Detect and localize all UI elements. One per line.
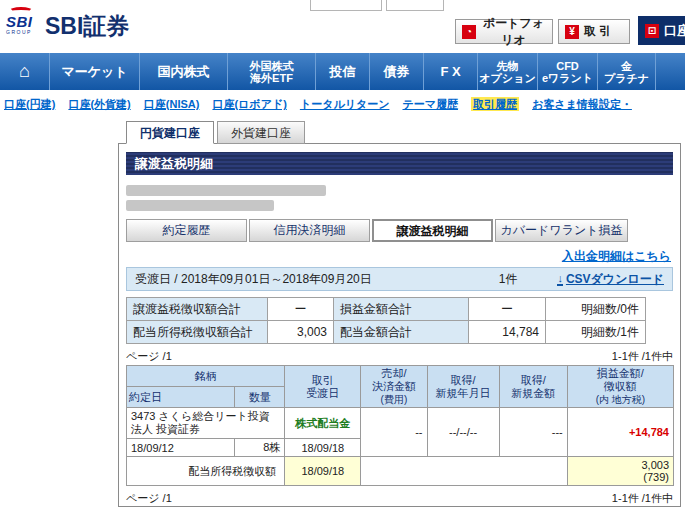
header-line: 取引 (287, 374, 358, 387)
nav-item-fx[interactable]: F X (424, 53, 478, 90)
header-line: 取得/ (502, 374, 565, 387)
nav-item-label: CFD (556, 60, 579, 72)
csv-download-link[interactable]: CSVダウンロード (566, 271, 664, 288)
header-execution-date: 約定日 (127, 387, 235, 408)
nav-item-label: 先物 (497, 60, 519, 72)
download-icon: ↓ (557, 273, 563, 286)
header-line: 新規金額 (502, 387, 565, 400)
nav-item-cfd-warrant[interactable]: CFD eワラント (538, 53, 598, 90)
cropped-search-input[interactable] (310, 0, 382, 11)
trade-button[interactable]: ¥ 取 引 (558, 19, 630, 44)
profit-cell: +14,784 (567, 408, 673, 457)
trade-icon: ¥ (565, 25, 579, 39)
nav-home-tab[interactable]: ⌂ (0, 53, 50, 90)
summary-count-0: 明細数/0件 (546, 298, 646, 321)
summary-table: 譲渡益税徴収額合計 ー 損益金額合計 ー 明細数/0件 配当所得税徴収額合計 3… (126, 297, 646, 344)
redacted-account-info (126, 200, 274, 211)
empty-cell (361, 457, 567, 486)
nav-item-futures-options[interactable]: 先物 オプション (478, 53, 538, 90)
header-line: (内 地方税) (570, 393, 671, 406)
subnav-link-theme-history[interactable]: テーマ履歴 (402, 98, 458, 110)
acquisition-amount-cell: --- (499, 408, 567, 457)
header-line: 売却/ (363, 367, 424, 380)
content-area: 円貨建口座 外貨建口座 譲渡益税明細 約定履歴 信用決済明細 譲渡益税明細 カバ… (118, 121, 682, 507)
settlement-date-cell: 18/09/18 (285, 439, 361, 457)
pager-page-label: ページ /1 (126, 491, 172, 506)
nav-item-label: オプション (479, 72, 535, 84)
nav-item-domestic-stock[interactable]: 国内株式 (140, 53, 228, 90)
nav-item-gold-platinum[interactable]: 金 プラチナ (598, 53, 656, 90)
nav-item-label: プラチナ (604, 72, 649, 84)
top-header: SBI GROUP SBI証券 ◔ ポートフォリオ ¥ 取 引 ⊡ 口座 (0, 0, 685, 53)
tab-foreign-account[interactable]: 外貨建口座 (217, 121, 305, 144)
nav-item-label: 海外ETF (250, 72, 293, 84)
header-profit-loss: 損益金額/ 徴収額 (内 地方税) (567, 366, 673, 408)
tab-jpy-account[interactable]: 円貨建口座 (126, 121, 214, 144)
filter-bar: 受渡日 / 2018年09月01日～2018年09月20日 1件 ↓ CSVダウ… (126, 267, 673, 291)
account-tabs: 円貨建口座 外貨建口座 (126, 121, 305, 144)
sbi-logo-text: SBI (6, 15, 42, 29)
pager-range-label: 1-1件 /1件中 (612, 349, 673, 364)
header-acquisition-date: 取得/ 新規年月日 (427, 366, 499, 408)
result-count: 1件 (499, 271, 518, 288)
sbi-logo-group-text: GROUP (6, 29, 42, 35)
sell-amount-cell: -- (361, 408, 427, 457)
header-line: 取得/ (430, 374, 497, 387)
cropped-search-input-2[interactable] (386, 0, 444, 11)
deposit-link-row: 入出金明細はこちら (126, 246, 673, 262)
nav-item-label: 外国株式 (250, 60, 294, 72)
trade-button-label: 取 引 (584, 23, 611, 40)
summary-value-dividend-total: 14,784 (469, 321, 546, 344)
period-label: 受渡日 / 2018年09月01日～2018年09月20日 (135, 271, 372, 288)
deposit-detail-link[interactable]: 入出金明細はこちら (562, 249, 671, 263)
pager-page-label: ページ /1 (126, 349, 172, 364)
header-stock: 銘柄 (127, 366, 285, 387)
summary-label-dividend-tax: 配当所得税徴収額合計 (127, 321, 268, 344)
nav-item-market[interactable]: マーケット (50, 53, 140, 90)
header-line: 決済金額 (363, 380, 424, 393)
dividend-tax-amount: 3,003 (572, 459, 669, 471)
pager-range-label: 1-1件 /1件中 (612, 491, 673, 506)
tab-covered-warrant-pl[interactable]: カバードワラント損益 (495, 219, 628, 242)
acquisition-date-cell: --/--/-- (427, 408, 499, 457)
nav-item-bonds[interactable]: 債券 (370, 53, 424, 90)
tab-margin-settlement[interactable]: 信用決済明細 (249, 219, 370, 242)
summary-value-dividend-tax: 3,003 (268, 321, 334, 344)
header-line: (費用) (363, 393, 424, 406)
nav-item-label: 債券 (384, 63, 410, 81)
dividend-tax-date-cell: 18/09/18 (285, 457, 361, 486)
detail-header-row-1: 銘柄 取引 受渡日 売却/ 決済金額 (費用) 取得/ 新規年月日 取得/ 新規… (127, 366, 674, 387)
stock-name-cell: 3473 さくら総合リート投資 法人 投資証券 (127, 408, 285, 439)
header-sell-amount: 売却/ 決済金額 (費用) (361, 366, 427, 408)
subnav-link-total-return[interactable]: トータルリターン (300, 98, 390, 110)
tab-capital-gains-tax[interactable]: 譲渡益税明細 (372, 219, 493, 242)
subnav-link-account-foreign[interactable]: 口座(外貨建) (68, 98, 130, 110)
subnav-link-account-nisa[interactable]: 口座(NISA) (144, 98, 200, 110)
trade-type-cell: 株式配当金 (285, 408, 361, 439)
page-title: 譲渡益税明細 (126, 152, 673, 175)
dividend-tax-label-cell: 配当所得税徴収額 (127, 457, 285, 486)
subnav-link-account-jpy[interactable]: 口座(円建) (4, 98, 55, 110)
detail-row-stock: 3473 さくら総合リート投資 法人 投資証券 株式配当金 -- --/--/-… (127, 408, 674, 439)
summary-count-1: 明細数/1件 (546, 321, 646, 344)
dividend-local-tax: (739) (572, 471, 669, 483)
subnav-link-customer-settings[interactable]: お客さま情報設定・ (532, 98, 632, 110)
nav-item-foreign-stock-etf[interactable]: 外国株式 海外ETF (228, 53, 316, 90)
nav-item-funds[interactable]: 投信 (316, 53, 370, 90)
pager-top: ページ /1 1-1件 /1件中 (126, 349, 673, 363)
nav-item-label: 金 (621, 60, 632, 72)
stock-name-line2: 法人 投資証券 (131, 423, 280, 436)
summary-label-dividend-total: 配当金額合計 (334, 321, 469, 344)
subnav-link-account-roboad[interactable]: 口座(ロボアド) (212, 98, 286, 110)
header-line: 損益金額/ (570, 367, 671, 380)
brand-title: SBI証券 (45, 11, 129, 42)
stock-name-line1: 3473 さくら総合リート投資 (131, 410, 280, 423)
sbi-logo[interactable]: SBI GROUP (6, 7, 42, 35)
summary-row-transfer-tax: 譲渡益税徴収額合計 ー 損益金額合計 ー 明細数/0件 (127, 298, 646, 321)
portfolio-button[interactable]: ◔ ポートフォリオ (455, 19, 553, 44)
nav-item-label: 国内株式 (158, 63, 210, 81)
portfolio-button-label: ポートフォリオ (481, 15, 546, 49)
subnav-link-trade-history[interactable]: 取引履歴 (471, 97, 519, 111)
tab-execution-history[interactable]: 約定履歴 (126, 219, 247, 242)
account-button[interactable]: ⊡ 口座 (638, 16, 685, 45)
